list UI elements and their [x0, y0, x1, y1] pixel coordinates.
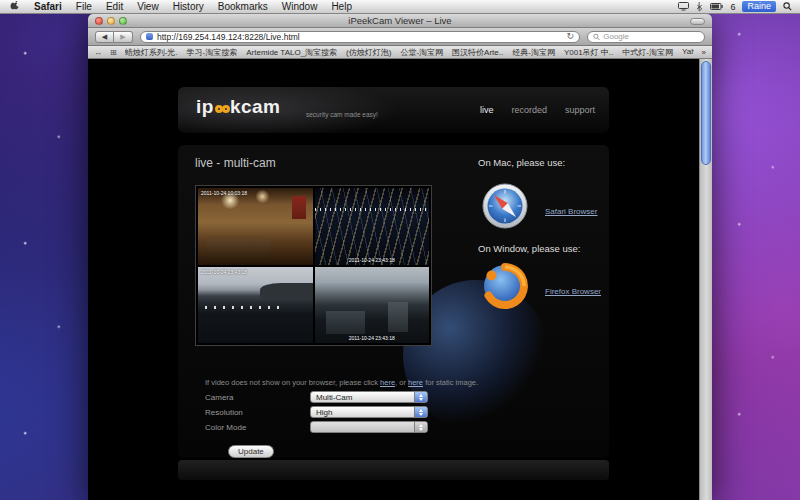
multicam-grid: 2011-10-24 10:03:18 2011-10-24 23:43:18 … — [195, 185, 432, 346]
safari-browser-link[interactable]: Safari Browser — [545, 207, 597, 216]
camera-timestamp: 2011-10-24 23:43:18 — [315, 335, 430, 341]
fallback-note: If video does not show on your browser, … — [205, 378, 478, 387]
forward-button[interactable]: ▶ — [114, 31, 133, 43]
bookmark-item[interactable]: 公堂-淘宝网 — [400, 47, 443, 58]
ipeekcam-logo: ip kcam — [196, 96, 281, 118]
expand-bookmarks-icon[interactable]: ↔ — [94, 48, 102, 57]
back-button[interactable]: ◀ — [95, 31, 114, 43]
address-bar[interactable]: http://169.254.149.124:8228/Live.html ↻ — [140, 31, 580, 43]
vertical-scrollbar[interactable] — [699, 59, 712, 500]
camera-timestamp: 2011-10-24 10:03:18 — [201, 190, 247, 196]
camera-feed-indoor: 2011-10-24 10:03:18 — [198, 188, 313, 265]
bookmark-item[interactable]: 国汉特价Arte.. — [452, 47, 503, 58]
toolbar-toggle-button[interactable] — [690, 18, 705, 25]
spotlight-icon[interactable] — [783, 2, 792, 11]
select-arrows-icon — [414, 392, 427, 402]
browser-toolbar: ◀ ▶ http://169.254.149.124:8228/Live.htm… — [88, 28, 712, 46]
select-arrows-icon — [414, 407, 427, 417]
resolution-label: Resolution — [205, 408, 243, 417]
bookmark-item[interactable]: 经典-淘宝网 — [512, 47, 555, 58]
menu-view[interactable]: View — [130, 0, 166, 14]
desktop: Safari File Edit View History Bookmarks … — [0, 0, 800, 500]
window-title: iPeekCam Viewer – Live — [88, 14, 712, 28]
note-text: , or — [395, 378, 408, 387]
menu-history[interactable]: History — [166, 0, 211, 14]
logo-text-prefix: ip — [196, 96, 214, 118]
main-panel: live - multi-cam 2011-10-24 10:03:18 201… — [178, 145, 609, 458]
site-footer — [178, 460, 609, 480]
video-here-link[interactable]: here — [380, 378, 395, 387]
site-nav: live recorded support — [480, 105, 595, 115]
resolution-select-value: High — [316, 408, 332, 417]
window-controls — [95, 17, 127, 25]
apple-menu-icon[interactable] — [10, 1, 21, 12]
camera-timestamp: 2011-10-24 23:43:18 — [201, 269, 247, 275]
nav-live[interactable]: live — [480, 105, 494, 115]
firefox-browser-link[interactable]: Firefox Browser — [545, 287, 601, 296]
firefox-browser-icon[interactable] — [482, 263, 528, 309]
nav-recorded[interactable]: recorded — [511, 105, 547, 115]
safari-window: iPeekCam Viewer – Live ◀ ▶ http://169.25… — [88, 14, 712, 500]
window-titlebar[interactable]: iPeekCam Viewer – Live — [88, 14, 712, 28]
bookmark-item[interactable]: Artemide TALO_淘宝搜索 — [246, 47, 337, 58]
mac-browser-label: On Mac, please use: — [478, 157, 565, 168]
site-tagline: security cam made easy! — [306, 111, 378, 118]
static-image-here-link[interactable]: here — [408, 378, 423, 387]
colormode-select[interactable] — [310, 421, 428, 433]
camera-select-value: Multi-Cam — [316, 393, 352, 402]
menu-help[interactable]: Help — [324, 0, 359, 14]
top-sites-icon[interactable]: ⊞ — [110, 48, 117, 57]
site-header: ip kcam security cam made easy! live rec… — [178, 87, 609, 133]
note-text: for static image. — [423, 378, 478, 387]
menu-edit[interactable]: Edit — [99, 0, 130, 14]
resolution-select[interactable]: High — [310, 406, 428, 418]
search-input[interactable] — [603, 32, 699, 41]
select-arrows-icon — [414, 422, 427, 432]
battery-icon[interactable] — [710, 3, 723, 10]
bookmark-item[interactable]: Yahoo! — [682, 47, 694, 58]
scrollbar-thumb[interactable] — [701, 61, 711, 165]
bookmark-item[interactable]: 中式灯-淘宝网 — [622, 47, 673, 58]
update-button[interactable]: Update — [228, 445, 274, 458]
safari-browser-icon[interactable] — [482, 183, 528, 229]
nav-support[interactable]: support — [565, 105, 595, 115]
minimize-button[interactable] — [107, 17, 115, 25]
bookmarks-bar: ↔ ⊞ 蜡烛灯系列-光. 学习-淘宝搜索 Artemide TALO_淘宝搜索 … — [88, 46, 712, 59]
browser-viewport: ip kcam security cam made easy! live rec… — [88, 59, 712, 500]
display-icon[interactable] — [678, 2, 689, 11]
search-field[interactable] — [587, 31, 705, 43]
reload-icon[interactable]: ↻ — [566, 32, 574, 41]
camera-label: Camera — [205, 393, 233, 402]
logo-text-suffix: kcam — [230, 96, 281, 118]
page-title: live - multi-cam — [195, 156, 276, 170]
menu-safari[interactable]: Safari — [27, 0, 69, 14]
menu-file[interactable]: File — [69, 0, 99, 14]
menubar-clock[interactable]: 6 — [730, 2, 735, 12]
bookmark-item[interactable]: 蜡烛灯系列-光. — [125, 47, 178, 58]
bookmark-item[interactable]: Y001吊灯 中.. — [564, 47, 613, 58]
camera-timestamp: 2011-10-24 23:43:18 — [315, 257, 430, 263]
camera-select[interactable]: Multi-Cam — [310, 391, 428, 403]
user-menu[interactable]: Raine — [742, 1, 776, 12]
bookmarks-overflow-chevron[interactable]: » — [702, 48, 706, 57]
windows-browser-label: On Window, please use: — [478, 243, 580, 254]
site-favicon — [146, 33, 153, 40]
bluetooth-icon[interactable] — [696, 2, 703, 12]
menubar-status-area: 6 Raine — [678, 1, 800, 12]
nav-buttons: ◀ ▶ — [95, 31, 133, 43]
camera-feed-highway-night: 2011-10-24 23:43:18 — [315, 188, 430, 265]
note-text: If video does not show on your browser, … — [205, 378, 380, 387]
bookmark-item[interactable]: (仿烛灯灯泡) — [346, 47, 391, 58]
camera-feed-harbor: 2011-10-24 23:43:18 — [198, 267, 313, 344]
menu-window[interactable]: Window — [275, 0, 325, 14]
menubar: Safari File Edit View History Bookmarks … — [0, 0, 800, 14]
bookmarks-list: 蜡烛灯系列-光. 学习-淘宝搜索 Artemide TALO_淘宝搜索 (仿烛灯… — [125, 47, 694, 58]
magnifier-icon — [593, 33, 600, 41]
menu-bookmarks[interactable]: Bookmarks — [211, 0, 275, 14]
camera-feed-bay: 2011-10-24 23:43:18 — [315, 267, 430, 344]
address-url: http://169.254.149.124:8228/Live.html — [157, 32, 300, 42]
close-button[interactable] — [95, 17, 103, 25]
logo-eye-icon — [222, 105, 230, 113]
zoom-button[interactable] — [119, 17, 127, 25]
bookmark-item[interactable]: 学习-淘宝搜索 — [187, 47, 238, 58]
